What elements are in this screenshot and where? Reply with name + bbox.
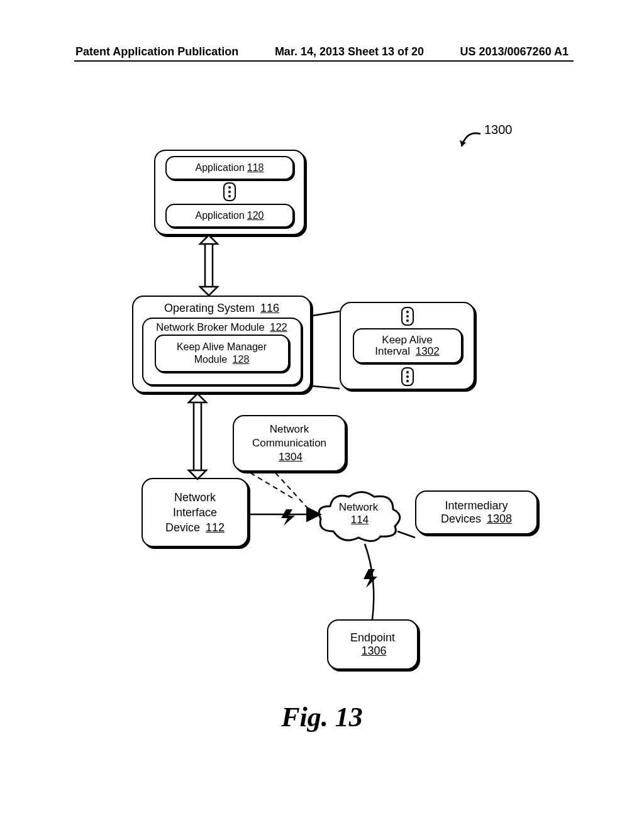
kai-line1: Keep Alive xyxy=(382,334,432,346)
endpoint-box: Endpoint 1306 xyxy=(327,619,418,670)
vertical-ellipsis-icon xyxy=(401,307,414,326)
intdev-line1: Intermediary xyxy=(445,499,508,512)
dashed-connector xyxy=(250,473,296,500)
keep-alive-manager-box: Keep Alive Manager Module 128 xyxy=(155,335,289,372)
cloud-ref: 114 xyxy=(351,514,369,526)
netcomm-line2: Communication xyxy=(252,436,326,450)
application-box-2: Application 120 xyxy=(165,204,294,228)
header-center: Mar. 14, 2013 Sheet 13 of 20 xyxy=(275,45,424,58)
nbm-label: Network Broker Module xyxy=(156,321,264,333)
header-left: Patent Application Publication xyxy=(75,45,238,58)
nid-ref: 112 xyxy=(206,521,225,534)
os-title-label: Operating System xyxy=(164,302,255,314)
vertical-ellipsis-icon xyxy=(401,367,414,386)
lightning-icon xyxy=(281,509,295,526)
nid-line2: Interface xyxy=(173,505,217,520)
network-interface-device-box: Network Interface Device 112 xyxy=(142,478,248,547)
header-rule xyxy=(74,60,574,62)
endpoint-ref: 1306 xyxy=(361,645,386,658)
nid-line1: Network xyxy=(174,490,216,505)
vertical-ellipsis-icon xyxy=(223,182,236,201)
application-2-label: Application xyxy=(196,210,245,221)
keep-alive-interval-container: Keep Alive Interval 1302 xyxy=(340,302,475,390)
kai-line2: Interval xyxy=(375,345,410,357)
leader-arrow-icon xyxy=(454,116,492,154)
kam-row2: Module 128 xyxy=(194,353,250,366)
intermediary-devices-box: Intermediary Devices 1308 xyxy=(415,490,538,534)
os-title: Operating System 116 xyxy=(164,302,279,315)
kai-ref: 1302 xyxy=(416,345,440,357)
nbm-ref: 122 xyxy=(270,321,287,333)
kai-row2: Interval 1302 xyxy=(375,345,439,358)
network-cloud: Network 114 xyxy=(314,487,402,544)
applications-container: Application 118 Application 120 xyxy=(154,150,305,235)
operating-system-container: Operating System 116 Network Broker Modu… xyxy=(132,296,311,393)
keep-alive-interval-box: Keep Alive Interval 1302 xyxy=(353,328,462,363)
cloud-label: Network 114 xyxy=(314,501,402,526)
application-box-1: Application 118 xyxy=(165,156,294,180)
curved-connector xyxy=(365,544,374,619)
page: Patent Application Publication Mar. 14, … xyxy=(0,0,644,830)
netcomm-ref: 1304 xyxy=(279,450,303,464)
application-1-ref: 118 xyxy=(247,162,264,174)
kam-ref: 128 xyxy=(233,354,250,365)
nid-line3: Device xyxy=(165,521,200,534)
kam-line1: Keep Alive Manager xyxy=(177,341,267,353)
os-title-ref: 116 xyxy=(260,302,279,314)
endpoint-line1: Endpoint xyxy=(350,631,395,645)
netcomm-line1: Network xyxy=(270,423,309,436)
cloud-line1: Network xyxy=(314,501,402,514)
leader-line xyxy=(313,386,340,389)
intdev-ref: 1308 xyxy=(487,512,512,525)
nbm-row: Network Broker Module 122 xyxy=(156,321,287,333)
page-header-row: Patent Application Publication Mar. 14, … xyxy=(0,45,644,58)
application-1-label: Application xyxy=(196,162,245,174)
nid-row3: Device 112 xyxy=(165,520,225,535)
header-right: US 2013/0067260 A1 xyxy=(460,45,569,58)
kam-line2: Module xyxy=(194,354,227,365)
figure-number-callout: 1300 xyxy=(484,123,513,137)
lightning-icon xyxy=(364,569,377,588)
figure-caption: Fig. 13 xyxy=(0,701,644,733)
double-arrow-icon xyxy=(189,394,206,479)
leader-line xyxy=(313,311,340,316)
double-arrow-icon xyxy=(200,235,218,296)
intdev-line2: Devices xyxy=(441,512,481,525)
network-broker-module-box: Network Broker Module 122 Keep Alive Man… xyxy=(142,318,302,385)
intdev-row2: Devices 1308 xyxy=(441,512,512,526)
application-2-ref: 120 xyxy=(247,210,264,221)
network-communication-box: Network Communication 1304 xyxy=(233,415,346,472)
dashed-connector xyxy=(275,473,314,516)
